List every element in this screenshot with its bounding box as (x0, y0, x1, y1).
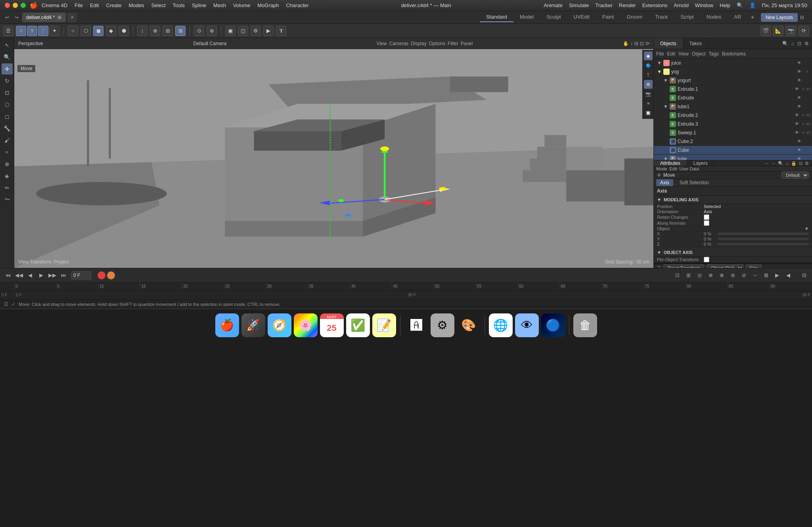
layers-tab[interactable]: Layers (687, 160, 714, 166)
op-eye-icon[interactable]: 👁 (794, 130, 800, 135)
point-mode-btn[interactable]: ⬡ (80, 26, 91, 36)
tl-icon-11[interactable]: ◀ (783, 271, 793, 280)
menu-spline[interactable]: Spline (192, 2, 206, 8)
attr-mode-btn[interactable]: Mode (656, 166, 667, 171)
dock-safari[interactable]: 🧭 (268, 313, 291, 337)
op-eye-icon[interactable]: 👁 (796, 139, 802, 143)
attr-expand-icon[interactable]: ⊡ (799, 161, 802, 166)
tab-ar[interactable]: AR (728, 12, 747, 22)
takes-tab[interactable]: Takes (683, 38, 709, 49)
timeline-expand-btn[interactable]: ⊟ (799, 271, 809, 280)
op-eye-icon[interactable]: 👁 (796, 78, 802, 82)
along-normals-checkbox[interactable] (704, 220, 709, 226)
play-btn[interactable]: ▶ (36, 271, 46, 280)
menu-character[interactable]: Character (286, 2, 308, 8)
axis-tab-btn[interactable]: Axis (656, 179, 673, 186)
viewport-menu-view[interactable]: View (377, 41, 387, 46)
add-tab-button[interactable]: + (67, 13, 77, 22)
next-btn[interactable]: ▶▶ (48, 271, 57, 280)
tab-close-button[interactable]: × (57, 15, 62, 20)
tab-nodes[interactable]: Nodes (700, 12, 728, 22)
menu-tools[interactable]: Tools (173, 2, 185, 8)
extensions-menu[interactable]: Extensions (642, 2, 668, 8)
edge-mode-btn[interactable]: ◼ (93, 26, 103, 36)
menu-file[interactable]: File (75, 2, 83, 8)
objects-expand-icon[interactable]: ⊡ (797, 41, 801, 46)
attr-x-slider[interactable] (718, 233, 809, 235)
tab-standard[interactable]: Standard (480, 12, 513, 22)
dock-trash[interactable]: 🗑 (573, 313, 597, 337)
op-tag-icon[interactable]: 🏷 (806, 122, 810, 126)
tab-script[interactable]: Script (674, 12, 700, 22)
fullscreen-button[interactable] (21, 3, 26, 8)
go-end-btn[interactable]: ⏭ (59, 271, 68, 280)
magnet-tool-btn[interactable]: 🔧 (2, 123, 13, 134)
simulate-menu[interactable]: Simulate (569, 2, 589, 8)
attr-userdata-btn[interactable]: User Data (680, 166, 699, 171)
main-tab[interactable]: deliver.c4d4 * × (22, 13, 66, 22)
viewport-icon-2[interactable]: 🔷 (644, 61, 653, 70)
menu-mesh[interactable]: Mesh (213, 2, 226, 8)
render-menu[interactable]: Render (619, 2, 636, 8)
list-item[interactable]: E Extrude.3 👁 ✓ 🏷 (654, 120, 812, 128)
obj-object-btn[interactable]: Object (692, 51, 706, 57)
move-tool-btn[interactable]: ↕ (137, 26, 147, 36)
viewport-menu-filter[interactable]: Filter (448, 41, 458, 46)
viewport-render-btn[interactable]: 🎬 (760, 26, 771, 36)
objects-tab[interactable]: Objects (654, 38, 683, 49)
attr-edit-btn[interactable]: Edit (670, 166, 677, 171)
list-item[interactable]: ⬛ Cube 👁 (654, 146, 812, 155)
list-item[interactable]: ▼ ○ yog 👁 ✓ (654, 67, 812, 76)
tab-groom[interactable]: Groom (620, 12, 649, 22)
dock-preview[interactable]: 👁 (515, 313, 539, 337)
tab-sculpt[interactable]: Sculpt (540, 12, 567, 22)
viewport-icon-3[interactable]: T (644, 71, 653, 79)
attr-settings-icon[interactable]: ⚙ (805, 161, 809, 166)
smooth-tool-btn[interactable]: ≈ (2, 147, 13, 158)
menu-edit[interactable]: Edit (90, 2, 99, 8)
menu-create[interactable]: Create (106, 2, 121, 8)
op-check-icon[interactable]: ✓ (802, 113, 805, 117)
retain-changes-checkbox[interactable] (704, 214, 709, 220)
texture-tool-btn[interactable]: ◈ (2, 170, 13, 181)
auto-key-btn[interactable] (107, 271, 115, 279)
attr-object-dropdown-icon[interactable]: ▼ (804, 226, 809, 231)
obj-bookmarks-btn[interactable]: Bookmarks (722, 51, 746, 57)
viewport-icon-7[interactable]: 🔲 (644, 109, 653, 117)
scale-left-btn[interactable]: ⊡ (2, 87, 13, 98)
dock-calendar[interactable]: МАРТ 25 (320, 313, 344, 337)
attr-z-slider[interactable] (718, 243, 809, 245)
op-tag-icon[interactable]: 🏷 (806, 87, 810, 91)
op-eye-icon[interactable]: 👁 (796, 148, 802, 152)
op-check-icon[interactable]: ✓ (802, 87, 805, 91)
tl-icon-7[interactable]: ⊘ (739, 271, 749, 280)
x-axis-btn[interactable]: X (16, 26, 26, 36)
cursor-tool-btn[interactable]: ↖ (2, 40, 13, 51)
op-eye-icon[interactable]: 👁 (796, 69, 802, 74)
menu-volume[interactable]: Volume (233, 2, 250, 8)
sculpt-tool-btn[interactable]: ⊗ (2, 158, 13, 170)
y-axis-btn[interactable]: Y (27, 26, 37, 36)
op-check-icon[interactable]: ✓ (802, 122, 805, 126)
menu-mograph[interactable]: MoGraph (257, 2, 279, 8)
default-select[interactable]: Default (781, 172, 809, 179)
obj-rel-select[interactable]: Object (Rel) (707, 264, 743, 268)
settings-btn[interactable]: ⚙ (251, 26, 261, 36)
list-item[interactable]: ▼ 📦 yogurt 👁 (654, 76, 812, 85)
rotate-tool-btn[interactable]: ↻ (2, 75, 13, 86)
new-layouts-button[interactable]: New Layouts (761, 13, 798, 22)
attr-back-icon[interactable]: ← (764, 161, 769, 166)
minimize-button[interactable] (13, 3, 18, 8)
viewport-icon-1[interactable]: ◉ (644, 52, 653, 60)
size-btn[interactable]: Size (746, 264, 761, 268)
menu-select[interactable]: Select (151, 2, 165, 8)
dock-figma[interactable]: 🎨 (457, 313, 481, 337)
objects-home-icon[interactable]: ⌂ (791, 41, 794, 46)
prev-btn[interactable]: ◀ (25, 271, 35, 280)
attr-y-slider[interactable] (718, 238, 809, 240)
tl-icon-9[interactable]: ⊠ (761, 271, 771, 280)
close-button[interactable] (5, 3, 10, 8)
dock-appstore[interactable]: 🅰 (404, 313, 428, 337)
tracker-menu[interactable]: Tracker (595, 2, 613, 8)
dock-launchpad[interactable]: 🚀 (241, 313, 265, 337)
